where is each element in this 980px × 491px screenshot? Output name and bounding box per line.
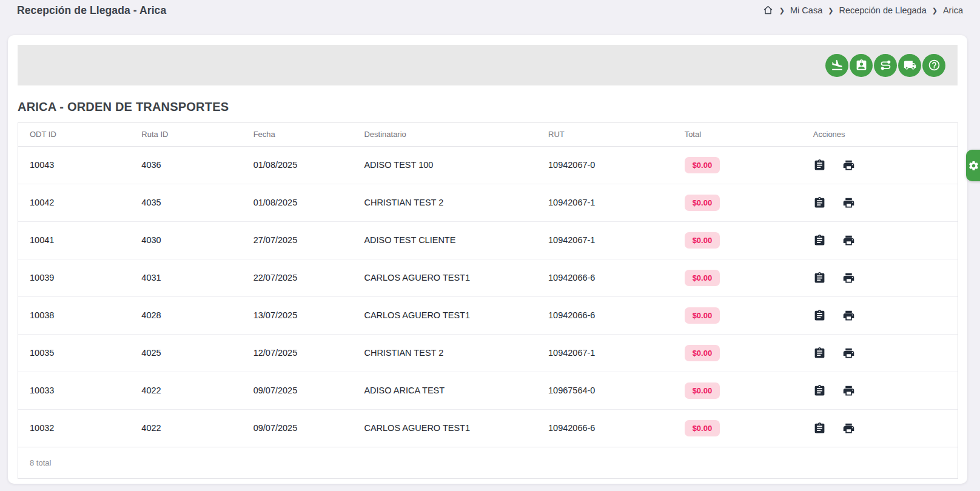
cell-rut: 10942066-6 [537,259,673,296]
printer-icon [842,422,855,435]
cell-odt-id: 10042 [18,184,130,221]
printer-icon [842,384,855,397]
table-row: 10035 4025 12/07/2025 CHRISTIAN TEST 2 1… [18,334,958,372]
print-button[interactable] [842,196,855,209]
breadcrumb-arica[interactable]: Arica [943,5,963,15]
breadcrumb-recepcion-de-llegada[interactable]: Recepción de Llegada [839,5,926,15]
col-header-acciones: Acciones [802,123,958,146]
printer-icon [842,159,855,172]
settings-side-tab[interactable] [966,150,980,181]
cell-total: $0.00 [673,372,802,409]
printer-icon [842,309,855,322]
total-badge: $0.00 [685,345,720,361]
col-header-total: Total [673,123,802,146]
cell-fecha: 09/07/2025 [242,409,353,447]
cell-rut: 10967564-0 [537,372,673,409]
cell-fecha: 22/07/2025 [242,259,353,296]
detail-button[interactable] [813,196,826,209]
gear-icon [966,160,979,172]
cell-ruta-id: 4035 [130,184,241,221]
detail-button[interactable] [813,309,826,322]
cell-acciones [802,221,958,259]
page-title: Recepción de Llegada - Arica [17,4,166,17]
cell-total: $0.00 [673,184,802,221]
cell-destinatario: ADISO TEST CLIENTE [352,221,537,259]
breadcrumb-mi-casa[interactable]: Mi Casa [790,5,822,15]
detail-button[interactable] [813,234,826,247]
help-button[interactable] [922,54,945,77]
cell-total: $0.00 [673,221,802,259]
main-card: ARICA - ORDEN DE TRANSPORTES ODT ID Ruta… [8,35,967,484]
total-badge: $0.00 [685,195,720,211]
badge-person-icon [855,59,868,72]
orders-table: ODT ID Ruta ID Fecha Destinatario RUT To… [18,122,958,479]
total-badge: $0.00 [685,270,720,286]
cell-rut: 10942067-0 [537,146,673,184]
cell-destinatario: CARLOS AGUERO TEST1 [352,296,537,334]
clipboard-icon [813,234,826,247]
cell-ruta-id: 4028 [130,296,241,334]
table-row: 10039 4031 22/07/2025 CARLOS AGUERO TEST… [18,259,958,296]
cell-odt-id: 10032 [18,409,130,447]
print-button[interactable] [842,384,855,397]
cell-acciones [802,372,958,409]
table-header-row: ODT ID Ruta ID Fecha Destinatario RUT To… [18,123,958,146]
cell-acciones [802,409,958,447]
clipboard-icon [813,347,826,359]
detail-button[interactable] [813,384,826,397]
col-header-rut: RUT [537,123,673,146]
table-row: 10042 4035 01/08/2025 CHRISTIAN TEST 2 1… [18,184,958,221]
flight-land-icon [831,59,844,72]
detail-button[interactable] [813,272,826,284]
print-button[interactable] [842,272,855,284]
detail-button[interactable] [813,347,826,359]
cell-fecha: 09/07/2025 [242,372,353,409]
cell-acciones [802,334,958,372]
home-icon[interactable] [762,4,774,16]
total-badge: $0.00 [685,232,720,249]
cell-destinatario: CARLOS AGUERO TEST1 [352,259,537,296]
flight-land-button[interactable] [825,54,848,77]
cell-acciones [802,259,958,296]
detail-button[interactable] [813,422,826,435]
table-row: 10032 4022 09/07/2025 CARLOS AGUERO TEST… [18,409,958,447]
cell-rut: 10942067-1 [537,334,673,372]
cell-total: $0.00 [673,334,802,372]
top-bar: Recepción de Llegada - Arica ❯ Mi Casa ❯… [0,0,980,21]
table-row: 10038 4028 13/07/2025 CARLOS AGUERO TEST… [18,296,958,334]
breadcrumb-separator: ❯ [779,7,785,15]
route-button[interactable] [874,54,897,77]
badge-person-button[interactable] [850,54,873,77]
print-button[interactable] [842,347,855,359]
breadcrumb-separator: ❯ [828,7,833,15]
table-row: 10033 4022 09/07/2025 ADISO ARICA TEST 1… [18,372,958,409]
cell-ruta-id: 4031 [130,259,241,296]
printer-icon [842,234,855,247]
cell-ruta-id: 4025 [130,334,241,372]
cell-ruta-id: 4036 [130,146,241,184]
printer-icon [842,272,855,284]
printer-icon [842,196,855,209]
col-header-destinatario: Destinatario [352,123,537,146]
truck-button[interactable] [898,54,921,77]
cell-destinatario: CARLOS AGUERO TEST1 [352,409,537,447]
total-badge: $0.00 [685,157,720,173]
cell-odt-id: 10043 [18,146,130,184]
print-button[interactable] [842,309,855,322]
cell-odt-id: 10035 [18,334,130,372]
clipboard-icon [813,159,826,172]
cell-acciones [802,184,958,221]
print-button[interactable] [842,234,855,247]
print-button[interactable] [842,159,855,172]
total-badge: $0.00 [685,420,720,436]
toolbar-strip [18,45,958,85]
col-header-fecha: Fecha [242,123,353,146]
detail-button[interactable] [813,159,826,172]
cell-rut: 10942066-6 [537,409,673,447]
total-badge: $0.00 [685,382,720,399]
route-icon [879,59,892,72]
print-button[interactable] [842,422,855,435]
cell-total: $0.00 [673,259,802,296]
total-badge: $0.00 [685,307,720,324]
help-icon [928,59,941,72]
